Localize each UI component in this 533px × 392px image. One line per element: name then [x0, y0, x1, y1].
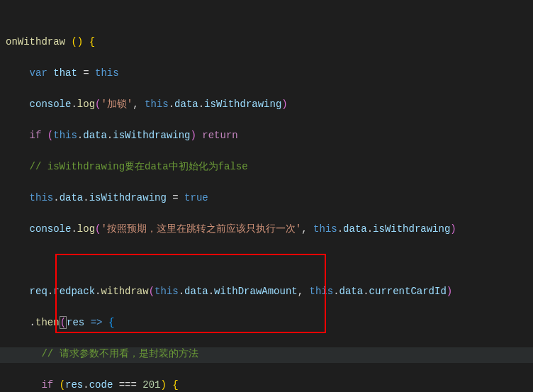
code-line: .then(res => {: [6, 315, 533, 330]
code-line: this.data.isWithdrawing = true: [6, 190, 533, 206]
code-line: // isWithdrawing要在data中初始化为false: [6, 159, 533, 174]
comment: // 请求参数不用看，是封装的方法: [41, 348, 198, 359]
code-line: [6, 252, 533, 268]
function-name: onWithdraw: [6, 36, 65, 47]
code-editor[interactable]: onWithdraw () { var that = this console.…: [0, 3, 533, 392]
comment: // isWithdrawing要在data中初始化为false: [30, 161, 248, 172]
code-line: console.log('按照预期，这里在跳转之前应该只执行一次', this.…: [6, 221, 533, 237]
code-line: if (res.code === 201) {: [6, 377, 533, 392]
code-line: req.redpack.withdraw(this.data.withDrawA…: [6, 284, 533, 299]
code-line: if (this.data.isWithdrawing) return: [6, 128, 533, 143]
code-line: // 请求参数不用看，是封装的方法: [6, 346, 533, 362]
code-line: var that = this: [6, 65, 533, 81]
code-line: onWithdraw () {: [6, 34, 533, 50]
code-line: console.log('加锁', this.data.isWithdrawin…: [6, 96, 533, 112]
